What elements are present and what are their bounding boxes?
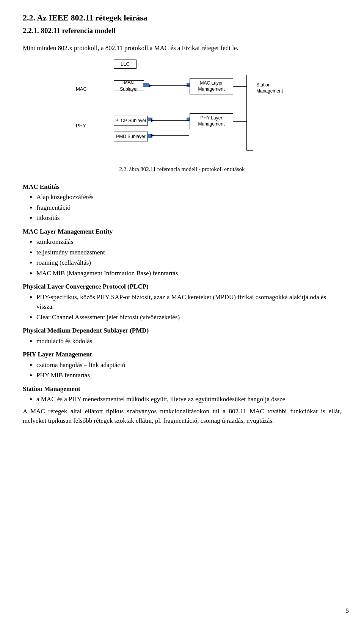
list-item: titkosítás <box>36 213 341 223</box>
mac-lme-list: szinkronizálás teljesítmény menedzsment … <box>36 237 341 278</box>
list-item: fragmentáció <box>36 203 341 213</box>
list-item: csatorna hangolás – link adaptáció <box>36 360 341 370</box>
station-mgmt-list: a MAC és a PHY menedzsmenttel működik eg… <box>36 394 341 404</box>
diagram-container: LLC MAC PHY MACSublayer MAC LayerManagem… <box>76 60 288 162</box>
pmd-right-indicator <box>147 134 152 138</box>
main-section-title: 2.2. Az IEEE 802.11 rétegek leírása <box>23 11 341 24</box>
list-item: teljesítmény menedzsment <box>36 248 341 257</box>
plcp-heading: Physical Layer Convergence Protocol (PLC… <box>23 282 341 292</box>
list-item: PHY MIB fenntartás <box>36 370 341 380</box>
station-mgmt-bar <box>246 75 253 151</box>
diagram-wrapper: LLC MAC PHY MACSublayer MAC LayerManagem… <box>23 60 341 162</box>
mac-sublayer-right-indicator <box>143 83 149 87</box>
list-item: Clear Channel Assessment jelet biztosít … <box>36 312 341 322</box>
mac-entitas-list: Alap közeghozzáférés fragmentáció titkos… <box>36 192 341 223</box>
phy-mgmt-box: PHY LayerManagement <box>190 113 233 129</box>
station-mgmt-label: Station Management <box>256 82 288 94</box>
list-item: szinkronizálás <box>36 237 341 247</box>
phy-mgmt-label: PHY LayerManagement <box>198 115 224 127</box>
sub-section-title: 2.2.1. 802.11 referencia modell <box>23 25 341 36</box>
phy-mgmt-heading: PHY Layer Management <box>23 350 341 359</box>
plcp-list: PHY-specifikus, közös PHY SAP-ot biztosí… <box>36 292 341 322</box>
mac-lme-heading: MAC Layer Management Entity <box>23 227 341 237</box>
dashed-separator <box>97 109 246 109</box>
phy-label: PHY <box>76 122 86 130</box>
pmd-list: moduláció és kódolás <box>36 336 341 346</box>
list-item: PHY-specifikus, közös PHY SAP-ot biztosí… <box>36 292 341 312</box>
mac-entitas-heading: MAC Entitás <box>23 182 341 192</box>
list-item: moduláció és kódolás <box>36 336 341 346</box>
mac-mgmt-label: MAC LayerManagement <box>198 80 224 92</box>
plcp-right-indicator <box>147 118 152 121</box>
plcp-sublayer-box: PLCP Sublayer <box>114 116 148 126</box>
mac-sublayer-box: MACSublayer <box>114 80 144 91</box>
diagram-arrows <box>76 60 288 162</box>
list-item: MAC MIB (Management Information Base) fe… <box>36 268 341 278</box>
list-item: Alap közeghozzáférés <box>36 192 341 202</box>
mac-label: MAC <box>76 85 87 93</box>
phy-mgmt-list: csatorna hangolás – link adaptáció PHY M… <box>36 360 341 380</box>
llc-box: LLC <box>114 60 136 69</box>
figure-caption: 2.2. ábra 802.11 referencia modell - pro… <box>23 165 341 174</box>
pmd-heading: Physical Medium Dependent Sublayer (PMD) <box>23 326 341 336</box>
list-item: a MAC és a PHY menedzsmenttel működik eg… <box>36 394 341 404</box>
pmd-sublayer-box: PMD Sublayer <box>114 132 148 141</box>
mac-sublayer-label: MACSublayer <box>120 79 138 93</box>
list-item: roaming (cellaváltás) <box>36 258 341 268</box>
mac-mgmt-box: MAC LayerManagement <box>190 78 233 94</box>
intro-paragraph: Mint minden 802.x protokoll, a 802.11 pr… <box>23 43 341 53</box>
closing-paragraph-1: A MAC rétegek által ellátott tipikus sza… <box>23 406 341 426</box>
station-mgmt-heading: Station Management <box>23 384 341 394</box>
